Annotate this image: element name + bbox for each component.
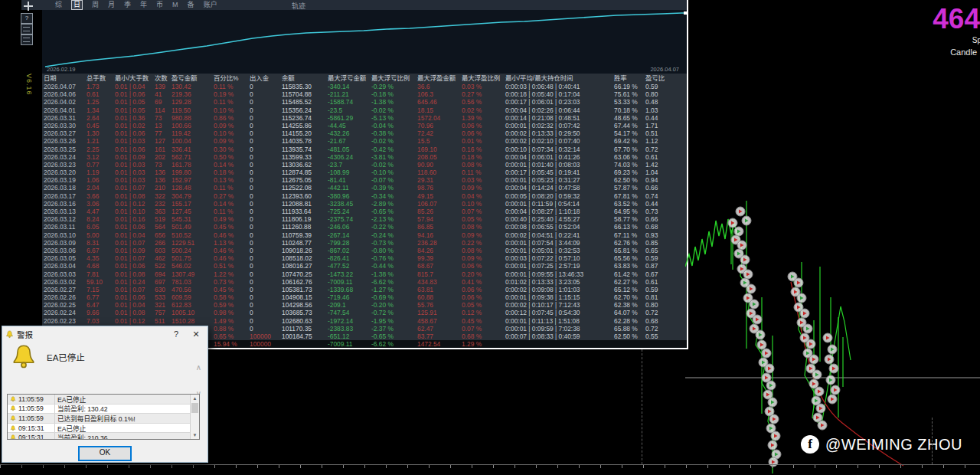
cascade-windows-icon[interactable] bbox=[21, 34, 33, 45]
cell: 136 bbox=[153, 169, 170, 176]
cell: 1307.49 bbox=[170, 270, 212, 278]
dialog-help-button[interactable]: ? bbox=[168, 327, 185, 341]
cell: 6.77 bbox=[85, 293, 113, 301]
tab-0[interactable]: 综 bbox=[55, 1, 62, 9]
table-row[interactable]: 2026.02.249.660.01 | 0.087571005.100.98 … bbox=[42, 309, 687, 316]
scroll-down-icon[interactable]: ▼ bbox=[191, 431, 199, 439]
alert-log-row[interactable]: 11:05:59EA已停止 bbox=[8, 395, 199, 405]
trade-marker bbox=[766, 381, 776, 390]
cell: 0:00:03 | 0:07:22 | 0:57:10 bbox=[504, 254, 612, 262]
tab-6[interactable]: 币 bbox=[156, 1, 163, 9]
table-row[interactable]: 2026.03.0259.100.01 | 0.24697781.030.73 … bbox=[42, 278, 687, 286]
cell: 2026.03.10 bbox=[42, 231, 85, 239]
cell: 114155.20 bbox=[280, 129, 326, 137]
table-row[interactable]: 2026.03.191.060.01 | 0.03136152.970.13 %… bbox=[42, 176, 687, 184]
tab-1[interactable]: 日 bbox=[71, 0, 83, 10]
cell: 0:01:02 | 0:13:33 | 3:23:05 bbox=[504, 278, 612, 286]
column-header: 盈亏比 bbox=[644, 74, 685, 83]
table-row[interactable]: 2026.03.271.300.01 | 0.0677119.420.10 %0… bbox=[42, 129, 687, 137]
cell: 68.67 bbox=[416, 262, 460, 270]
table-row[interactable]: 2026.03.054.350.01 | 0.07462501.750.46 %… bbox=[42, 254, 687, 262]
table-row[interactable]: 2026.03.252.250.01 | 0.06161336.410.30 %… bbox=[42, 146, 687, 153]
table-row[interactable]: 2026.03.201.190.01 | 0.03136199.800.18 %… bbox=[42, 169, 687, 176]
candlestick-chart bbox=[685, 0, 980, 475]
ok-button[interactable]: OK bbox=[78, 446, 132, 461]
table-row[interactable]: 2026.02.256.470.01 | 0.04321612.830.59 %… bbox=[42, 301, 687, 309]
cell: 118.60 bbox=[416, 169, 460, 176]
cell: 152.97 bbox=[170, 176, 212, 184]
column-header: 最小/平均/最大持仓时间 bbox=[504, 74, 612, 83]
cell: -246.06 bbox=[326, 223, 370, 231]
cell: 0 bbox=[248, 325, 280, 332]
tab-8[interactable]: 备 bbox=[188, 1, 194, 9]
table-row[interactable]: 2026.03.134.470.01 | 0.10363127.450.11 %… bbox=[42, 208, 687, 215]
cell: 114255.86 bbox=[280, 122, 326, 129]
table-row[interactable]: 2026.03.105.000.01 | 0.04656510.520.46 %… bbox=[42, 231, 687, 239]
alert-dialog-titlebar[interactable]: 警报 ? ✕ bbox=[2, 326, 207, 342]
cell: 114 bbox=[153, 106, 170, 114]
cell: 0:00:17 | 0:06:01 | 0:23:03 bbox=[504, 98, 612, 106]
table-row[interactable]: 2026.04.021.250.01 | 0.0569129.280.11 %0… bbox=[42, 98, 687, 106]
dialog-close-button[interactable]: ✕ bbox=[188, 327, 204, 341]
cell: 0.01 | 0.03 bbox=[113, 137, 153, 145]
cell: -0.10 % bbox=[370, 169, 416, 176]
table-row[interactable]: 2026.02.277.150.01 | 0.07630470.560.45 %… bbox=[42, 286, 687, 293]
column-header: 最小/大手数 bbox=[113, 74, 153, 83]
table-row[interactable]: 2026.03.261.210.01 | 0.03127100.040.09 %… bbox=[42, 137, 687, 145]
alert-log-row[interactable]: 09:15:31EA已停止 bbox=[8, 424, 199, 434]
cell: 0.67 bbox=[644, 270, 685, 278]
tab-3[interactable]: 月 bbox=[108, 1, 115, 9]
table-row[interactable]: 2026.03.098.310.01 | 0.072661229.511.13 … bbox=[42, 239, 687, 247]
cell: 0 bbox=[248, 169, 280, 176]
cell: 0.05 % bbox=[460, 301, 504, 309]
cell: 103685.73 bbox=[280, 309, 326, 316]
alert-log-row[interactable]: 11:05:59当前盈利: 130.42 bbox=[8, 405, 199, 414]
table-row[interactable]: 2026.03.230.770.01 | 0.0373161.780.14 %0… bbox=[42, 161, 687, 169]
table-row[interactable]: 2026.03.116.050.01 | 0.06564501.490.45 %… bbox=[42, 223, 687, 231]
table-row[interactable]: 2026.03.044.680.01 | 0.06522546.020.51 %… bbox=[42, 262, 687, 270]
table-row[interactable]: 2026.02.266.770.01 | 0.06533609.590.58 %… bbox=[42, 293, 687, 301]
table-row[interactable]: 2026.03.163.060.01 | 0.12232155.170.14 %… bbox=[42, 200, 687, 208]
table-row[interactable]: 2026.03.243.120.01 | 0.09202562.710.50 %… bbox=[42, 153, 687, 161]
scroll-up-icon[interactable]: ▲ bbox=[191, 395, 199, 402]
cell: 0 bbox=[248, 83, 280, 90]
equity-end-date: 2026.04.07 bbox=[650, 66, 679, 73]
cell: 0:00:17 | 0:05:45 | 0:19:41 bbox=[504, 169, 612, 176]
alert-log-list[interactable]: 11:05:59EA已停止11:05:59当前盈利: 130.4211:05:5… bbox=[7, 394, 200, 440]
table-row[interactable]: 2026.03.037.810.01 | 0.086941307.491.22 … bbox=[42, 270, 687, 278]
tab-7[interactable]: M bbox=[172, 1, 178, 9]
cell: 112675.05 bbox=[280, 176, 326, 184]
table-row[interactable]: 2026.04.011.340.01 | 0.05114119.500.10 %… bbox=[42, 106, 687, 114]
alert-log-row[interactable]: 09:15:31当前盈利: 210.36 bbox=[8, 433, 199, 440]
scroll-thumb[interactable] bbox=[191, 403, 198, 413]
cell: 7.15 bbox=[85, 286, 113, 293]
table-row[interactable]: 2026.03.300.450.01 | 0.0213100.660.09 %0… bbox=[42, 122, 687, 129]
table-row[interactable]: 2026.03.173.660.01 | 0.08322304.790.27 %… bbox=[42, 192, 687, 200]
table-row[interactable]: 2026.02.237.030.01 | 0.125111510.281.49 … bbox=[42, 317, 687, 325]
alert-text: 已达到每日盈利目标 0.1%! bbox=[57, 414, 136, 423]
cell: 0.27 % bbox=[460, 90, 504, 98]
candle-label: Candle bbox=[950, 48, 977, 57]
tile-windows-icon[interactable] bbox=[21, 24, 33, 34]
alert-log-row[interactable]: 11:05:59已达到每日盈利目标 0.1%! bbox=[8, 414, 199, 424]
cell: 0.01 | 0.08 bbox=[113, 309, 153, 316]
tab-2[interactable]: 周 bbox=[92, 1, 99, 9]
alert-prev-button[interactable]: ∧ bbox=[196, 363, 201, 372]
table-row[interactable]: 2026.03.312.640.01 | 0.3673980.880.86 %0… bbox=[42, 114, 687, 122]
table-row[interactable]: 2026.04.060.610.01 | 0.0641219.360.19 %0… bbox=[42, 90, 687, 98]
cell: 545.31 bbox=[170, 215, 212, 223]
move-cross-icon[interactable] bbox=[24, 2, 33, 11]
help-button[interactable]: ? bbox=[21, 13, 33, 24]
cell: 4.35 bbox=[85, 254, 113, 262]
table-row[interactable]: 2026.04.071.730.01 | 0.04139130.420.11 %… bbox=[42, 83, 687, 90]
cell: 62.50 % bbox=[612, 176, 644, 184]
tab-5[interactable]: 年 bbox=[140, 1, 147, 9]
table-row[interactable]: 2026.03.128.240.01 | 0.16519545.310.49 %… bbox=[42, 215, 687, 223]
tab-9[interactable]: 账户 bbox=[204, 1, 217, 9]
table-row[interactable]: 2026.03.182.040.01 | 0.07210128.480.11 %… bbox=[42, 184, 687, 192]
tab-4[interactable]: 季 bbox=[124, 1, 131, 9]
cell: 99.39 bbox=[416, 254, 460, 262]
cell: -0.22 % bbox=[370, 223, 416, 231]
table-row[interactable]: 2026.03.066.670.01 | 0.09603500.240.46 %… bbox=[42, 247, 687, 254]
list-scrollbar[interactable]: ▲ ▼ bbox=[190, 395, 199, 439]
